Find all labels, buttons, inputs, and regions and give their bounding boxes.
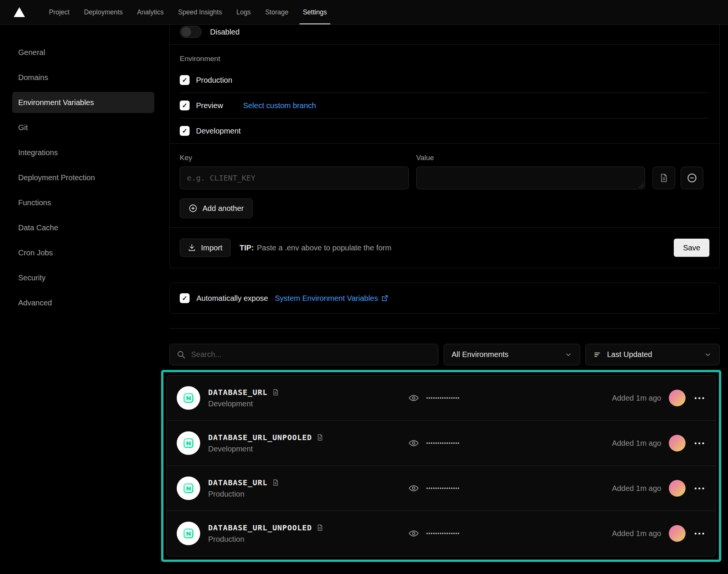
eye-icon[interactable]: [408, 528, 419, 539]
settings-sidebar: General Domains Environment Variables Gi…: [0, 25, 169, 574]
nav-item-project[interactable]: Project: [42, 0, 77, 24]
masked-value: •••••••••••••••: [426, 440, 460, 446]
eye-icon[interactable]: [408, 437, 419, 449]
nav-item-analytics[interactable]: Analytics: [130, 0, 171, 24]
variable-environment: Development: [208, 399, 279, 408]
sidebar-item-advanced[interactable]: Advanced: [12, 292, 154, 313]
system-env-variables-link[interactable]: System Environment Variables: [275, 294, 389, 303]
value-input[interactable]: [416, 167, 645, 189]
preview-check-row: ✓ Preview Select custom branch: [180, 93, 709, 118]
development-checkbox[interactable]: ✓: [180, 126, 190, 136]
user-avatar: [669, 480, 686, 497]
sidebar-item-cron-jobs[interactable]: Cron Jobs: [12, 242, 154, 263]
remove-row-button[interactable]: [681, 167, 703, 189]
variable-row[interactable]: DATABASE_URL Production •••••••••••••••: [167, 466, 715, 511]
tip-text: TIP:Paste a .env above to populate the f…: [240, 244, 391, 252]
value-label: Value: [416, 154, 645, 162]
masked-value: •••••••••••••••: [426, 395, 460, 401]
card-footer: Import TIP:Paste a .env above to populat…: [170, 227, 719, 268]
sort-icon: [593, 351, 602, 359]
preview-label: Preview: [196, 101, 223, 110]
development-label: Development: [196, 127, 241, 135]
user-avatar: [669, 390, 686, 406]
top-navigation: Project Deployments Analytics Speed Insi…: [0, 0, 728, 25]
variable-row[interactable]: DATABASE_URL_UNPOOLED Production •••••••…: [167, 511, 715, 556]
paste-env-button[interactable]: [653, 167, 675, 189]
row-menu-button[interactable]: [693, 440, 706, 447]
note-icon[interactable]: [316, 524, 324, 532]
select-custom-branch-link[interactable]: Select custom branch: [243, 101, 316, 110]
note-icon[interactable]: [272, 388, 279, 396]
add-variable-card: Disabled Environment ✓ Production ✓ Prev…: [169, 25, 720, 268]
added-timestamp: Added 1m ago: [612, 439, 661, 448]
sidebar-item-domains[interactable]: Domains: [12, 67, 154, 88]
sort-dropdown[interactable]: Last Updated: [585, 344, 720, 365]
environment-filter-value: All Environments: [452, 350, 508, 359]
row-menu-button[interactable]: [693, 485, 706, 492]
plus-circle-icon: [188, 204, 198, 213]
masked-value: •••••••••••••••: [426, 530, 460, 536]
sidebar-item-git[interactable]: Git: [12, 117, 154, 138]
document-icon: [659, 173, 669, 183]
sidebar-item-security[interactable]: Security: [12, 267, 154, 288]
environment-filter-dropdown[interactable]: All Environments: [444, 344, 580, 365]
disabled-toggle-label: Disabled: [210, 28, 240, 36]
eye-icon[interactable]: [408, 392, 419, 404]
sidebar-item-integrations[interactable]: Integrations: [12, 142, 154, 163]
preview-checkbox[interactable]: ✓: [180, 101, 190, 110]
search-icon: [177, 350, 186, 359]
development-check-row: ✓ Development: [180, 118, 709, 143]
external-link-icon: [381, 294, 389, 302]
variable-name: DATABASE_URL: [208, 478, 268, 487]
sidebar-item-data-cache[interactable]: Data Cache: [12, 217, 154, 238]
search-input[interactable]: [191, 350, 431, 359]
added-timestamp: Added 1m ago: [612, 529, 661, 538]
sidebar-item-deployment-protection[interactable]: Deployment Protection: [12, 167, 154, 188]
value-input-wrapper: [416, 167, 645, 189]
key-value-section: Key Value: [170, 144, 719, 227]
variable-name: DATABASE_URL: [208, 388, 268, 397]
note-icon[interactable]: [272, 479, 279, 486]
variable-environment: Production: [208, 535, 324, 544]
chevron-down-icon: [565, 351, 572, 359]
variable-row[interactable]: DATABASE_URL Development •••••••••••••••: [167, 376, 715, 420]
eye-icon[interactable]: [408, 483, 419, 494]
variable-row[interactable]: DATABASE_URL_UNPOOLED Development ••••••…: [167, 421, 715, 465]
neon-integration-icon: [177, 476, 200, 500]
disabled-toggle-row: Disabled: [170, 25, 719, 44]
variable-name: DATABASE_URL_UNPOOLED: [208, 523, 312, 532]
variable-name: DATABASE_URL_UNPOOLED: [208, 433, 312, 442]
download-icon: [188, 244, 196, 252]
vercel-logo-icon[interactable]: [14, 7, 25, 17]
masked-value: •••••••••••••••: [426, 485, 460, 491]
filters-row: All Environments Last Updated: [169, 344, 720, 365]
disabled-toggle[interactable]: [180, 26, 202, 38]
added-timestamp: Added 1m ago: [612, 484, 661, 493]
save-button[interactable]: Save: [674, 239, 709, 257]
search-box: [169, 344, 438, 365]
add-another-label: Add another: [202, 204, 244, 213]
row-menu-button[interactable]: [693, 395, 706, 401]
production-checkbox[interactable]: ✓: [180, 75, 190, 85]
neon-integration-icon: [177, 522, 200, 545]
add-another-button[interactable]: Add another: [180, 198, 253, 218]
row-menu-button[interactable]: [693, 530, 706, 537]
minus-circle-icon: [687, 173, 697, 183]
import-button[interactable]: Import: [180, 239, 231, 257]
nav-item-logs[interactable]: Logs: [229, 0, 258, 24]
auto-expose-box: ✓ Automatically expose System Environmen…: [169, 283, 720, 314]
key-input[interactable]: [180, 167, 409, 189]
note-icon[interactable]: [316, 434, 324, 441]
user-avatar: [669, 525, 686, 542]
sidebar-item-environment-variables[interactable]: Environment Variables: [12, 92, 154, 113]
neon-integration-icon: [177, 386, 200, 410]
nav-item-settings[interactable]: Settings: [296, 0, 334, 24]
sidebar-item-general[interactable]: General: [12, 42, 154, 63]
production-check-row: ✓ Production: [180, 68, 709, 93]
import-label: Import: [201, 244, 223, 252]
auto-expose-checkbox[interactable]: ✓: [180, 293, 190, 303]
sidebar-item-functions[interactable]: Functions: [12, 192, 154, 213]
nav-item-storage[interactable]: Storage: [258, 0, 295, 24]
nav-item-speed-insights[interactable]: Speed Insights: [171, 0, 229, 24]
nav-item-deployments[interactable]: Deployments: [77, 0, 130, 24]
